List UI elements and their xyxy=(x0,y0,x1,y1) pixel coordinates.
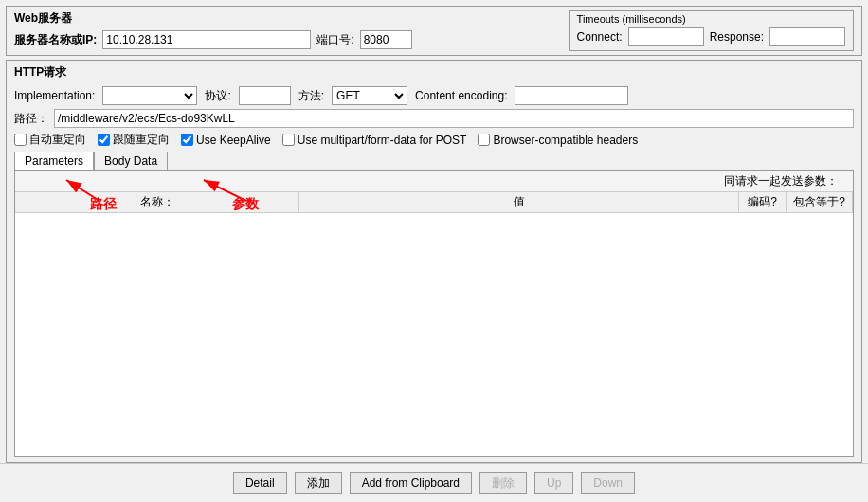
timeouts-row: Connect: Response: xyxy=(577,27,845,46)
down-button[interactable]: Down xyxy=(581,472,635,494)
tabs-container: Parameters Body Data xyxy=(14,152,854,170)
server-name-input[interactable] xyxy=(102,30,311,49)
browser-compat-checkbox[interactable] xyxy=(478,134,490,146)
checkbox-row: 自动重定向 跟随重定向 Use KeepAlive Use multipart/… xyxy=(14,132,854,148)
add-from-clipboard-button[interactable]: Add from Clipboard xyxy=(350,472,472,494)
connect-input[interactable] xyxy=(628,27,704,46)
multipart-label: Use multipart/form-data for POST xyxy=(298,134,467,147)
table-columns: 名称： 值 编码? 包含等于? xyxy=(15,192,853,213)
response-label: Response: xyxy=(710,30,764,44)
keepalive-checkbox[interactable] xyxy=(181,134,193,146)
webserver-section: Web服务器 服务器名称或IP: 端口号: Timeouts (millisec… xyxy=(6,6,862,56)
method-label: 方法: xyxy=(298,88,324,104)
col-include-header: 包含等于? xyxy=(787,192,853,212)
http-section: HTTP请求 Implementation: 协议: 方法: GET POST … xyxy=(6,60,862,463)
col-encode-header: 编码? xyxy=(739,192,787,212)
auto-redirect-label: 自动重定向 xyxy=(29,132,86,148)
keepalive-item: Use KeepAlive xyxy=(181,134,271,147)
timeouts-title: Timeouts (milliseconds) xyxy=(577,13,845,25)
protocol-label: 协议: xyxy=(205,88,230,104)
auto-redirect-checkbox[interactable] xyxy=(14,134,27,146)
tab-body-data[interactable]: Body Data xyxy=(94,152,168,170)
col-name-header: 名称： xyxy=(15,192,299,212)
port-input[interactable] xyxy=(360,30,412,49)
col-value-header: 值 xyxy=(299,192,739,212)
path-input[interactable] xyxy=(54,109,854,128)
add-button[interactable]: 添加 xyxy=(295,472,342,494)
http-row1: Implementation: 协议: 方法: GET POST PUT DEL… xyxy=(14,86,854,105)
implementation-select[interactable] xyxy=(102,86,197,105)
same-request-label: 同请求一起发送参数： xyxy=(724,173,847,189)
multipart-item: Use multipart/form-data for POST xyxy=(282,134,467,147)
path-label: 路径： xyxy=(14,111,48,127)
main-container: Web服务器 服务器名称或IP: 端口号: Timeouts (millisec… xyxy=(0,0,868,502)
detail-button[interactable]: Detail xyxy=(233,472,287,494)
bottom-buttons: Detail 添加 Add from Clipboard 删除 Up Down xyxy=(0,463,868,502)
protocol-input[interactable] xyxy=(239,86,291,105)
server-name-label: 服务器名称或IP: xyxy=(14,32,97,48)
timeouts-section: Timeouts (milliseconds) Connect: Respons… xyxy=(569,10,854,51)
browser-compat-item: Browser-compatible headers xyxy=(478,134,638,147)
method-select[interactable]: GET POST PUT DELETE xyxy=(332,86,407,105)
table-area: 同请求一起发送参数： 名称： 值 编码? 包含等于? xyxy=(14,170,854,457)
response-input[interactable] xyxy=(769,27,845,46)
follow-redirect-label: 跟随重定向 xyxy=(113,132,170,148)
follow-redirect-checkbox[interactable] xyxy=(98,134,110,146)
implementation-label: Implementation: xyxy=(14,89,95,102)
path-row: 路径： xyxy=(14,109,854,128)
auto-redirect-item: 自动重定向 xyxy=(14,132,86,148)
content-encoding-label: Content encoding: xyxy=(415,89,507,102)
up-button[interactable]: Up xyxy=(534,472,573,494)
table-body xyxy=(15,213,853,456)
tab-parameters[interactable]: Parameters xyxy=(14,152,94,170)
keepalive-label: Use KeepAlive xyxy=(196,134,271,147)
multipart-checkbox[interactable] xyxy=(282,134,295,146)
table-header-row: 同请求一起发送参数： xyxy=(15,171,853,192)
http-label: HTTP请求 xyxy=(14,64,854,81)
params-area: 路径 参数 xyxy=(14,170,854,457)
content-encoding-input[interactable] xyxy=(515,86,628,105)
connect-label: Connect: xyxy=(577,30,623,44)
delete-button[interactable]: 删除 xyxy=(479,472,527,494)
browser-compat-label: Browser-compatible headers xyxy=(493,134,638,147)
port-label: 端口号: xyxy=(316,32,353,48)
follow-redirect-item: 跟随重定向 xyxy=(98,132,170,148)
